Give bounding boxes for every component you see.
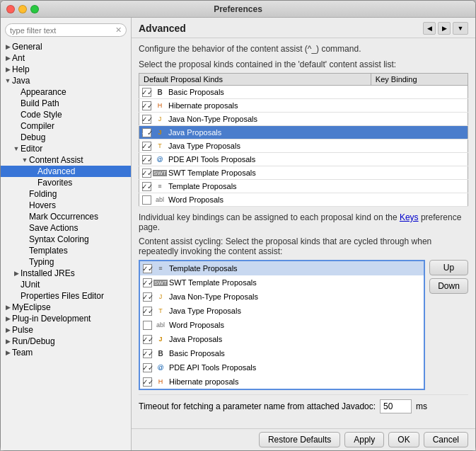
filter-input[interactable]	[10, 26, 115, 35]
proposal-checkbox[interactable]: ✓	[142, 88, 151, 97]
proposal-checkbox[interactable]: ✓	[142, 128, 151, 137]
cycle-icon: H	[155, 376, 166, 387]
sidebar-item-content-assist[interactable]: Content Assist	[1, 154, 131, 166]
sidebar-item-installed-jres[interactable]: Installed JREs	[1, 268, 131, 279]
sidebar-item-help[interactable]: Help	[1, 64, 131, 75]
sidebar-label-installed-jres: Installed JREs	[21, 268, 75, 278]
cycle-checkbox[interactable]: ✓	[143, 278, 152, 287]
proposal-checkbox[interactable]	[142, 195, 151, 205]
proposal-row[interactable]: ✓TJava Type Proposals	[139, 139, 468, 153]
cycle-item[interactable]: ✓@PDE API Tools Proposals	[140, 360, 424, 375]
sidebar-item-team[interactable]: Team	[1, 347, 131, 358]
cycle-checkbox[interactable]	[143, 321, 152, 330]
back-icon[interactable]: ◀	[423, 22, 436, 35]
keys-link[interactable]: Keys	[400, 212, 419, 222]
proposal-cell: ✓≡Template Proposals	[139, 180, 371, 193]
timeout-input[interactable]	[380, 399, 412, 413]
cycle-checkbox[interactable]: ✓	[143, 335, 152, 344]
sidebar-item-code-style[interactable]: Code Style	[1, 109, 131, 120]
cycle-item[interactable]: ✓≡Template Proposals	[140, 261, 424, 275]
cycle-checkbox[interactable]: ✓	[143, 349, 152, 358]
proposal-row[interactable]: ablWord Proposals	[139, 193, 468, 207]
proposal-row[interactable]: ✓@PDE API Tools Proposals	[139, 153, 468, 166]
cycle-checkbox[interactable]: ✓	[143, 292, 152, 302]
proposal-row[interactable]: ✓JJava Proposals	[139, 126, 468, 139]
proposal-cell: ✓@PDE API Tools Proposals	[139, 153, 371, 166]
proposal-cell: ablWord Proposals	[139, 193, 371, 207]
forward-icon[interactable]: ▶	[438, 22, 451, 35]
cancel-button[interactable]: Cancel	[424, 432, 468, 447]
installed-jres-arrow-icon	[12, 270, 21, 277]
sidebar-item-mark-occurrences[interactable]: Mark Occurrences	[1, 211, 131, 222]
filter-box[interactable]: ✕	[5, 23, 127, 37]
sidebar-item-java[interactable]: Java	[1, 75, 131, 86]
timeout-row: Timeout for fetching a parameter name fr…	[139, 394, 468, 413]
sidebar-item-plugin-development[interactable]: Plug-in Development	[1, 313, 131, 324]
cycle-checkbox[interactable]: ✓	[143, 264, 152, 273]
cycle-section: Content assist cycling: Select the propo…	[139, 236, 468, 390]
cycle-checkbox[interactable]: ✓	[143, 377, 152, 387]
proposal-row[interactable]: ✓HHibernate proposals	[139, 99, 468, 113]
sidebar-label-code-style: Code Style	[21, 110, 62, 120]
sidebar-item-hovers[interactable]: Hovers	[1, 200, 131, 211]
maximize-button[interactable]	[30, 5, 39, 13]
toolbar: ◀ ▶ ▼	[423, 22, 468, 35]
cycle-item[interactable]: ✓JJava Proposals	[140, 332, 424, 346]
filter-clear-icon[interactable]: ✕	[115, 25, 122, 35]
menu-dropdown[interactable]: ▼	[453, 22, 468, 35]
proposal-row[interactable]: ✓≡Template Proposals	[139, 180, 468, 193]
sidebar-item-editor[interactable]: Editor	[1, 143, 131, 154]
sidebar-item-pulse[interactable]: Pulse	[1, 324, 131, 336]
cycle-item[interactable]: ✓SWTSWT Template Proposals	[140, 275, 424, 290]
sidebar-label-plugin-development: Plug-in Development	[12, 314, 91, 324]
sidebar-item-typing[interactable]: Typing	[1, 256, 131, 268]
apply-button[interactable]: Apply	[344, 432, 384, 447]
proposal-checkbox[interactable]: ✓	[142, 115, 151, 124]
proposal-checkbox[interactable]: ✓	[142, 155, 151, 164]
sidebar-item-folding[interactable]: Folding	[1, 188, 131, 200]
sidebar-item-junit[interactable]: JUnit	[1, 279, 131, 290]
cycle-label: Word Proposals	[169, 321, 224, 329]
proposal-checkbox[interactable]: ✓	[142, 142, 151, 151]
proposal-keybinding	[371, 166, 468, 180]
proposal-icon: T	[154, 140, 166, 152]
col-keybinding: Key Binding	[371, 74, 468, 86]
sidebar-item-templates[interactable]: Templates	[1, 245, 131, 256]
proposal-row[interactable]: ✓SWTSWT Template Proposals	[139, 166, 468, 180]
restore-defaults-button[interactable]: Restore Defaults	[259, 432, 340, 447]
sidebar-item-appearance[interactable]: Appearance	[1, 86, 131, 98]
proposal-row[interactable]: ✓BBasic Proposals	[139, 86, 468, 99]
cycle-checkbox[interactable]: ✓	[143, 307, 152, 316]
cycle-icon: abl	[155, 319, 166, 331]
cycle-label: Basic Proposals	[169, 349, 225, 358]
sidebar-item-build-path[interactable]: Build Path	[1, 98, 131, 109]
cycle-checkbox[interactable]: ✓	[143, 363, 152, 372]
ok-button[interactable]: OK	[388, 432, 419, 447]
proposal-checkbox[interactable]: ✓	[142, 182, 151, 191]
cycle-item[interactable]: ✓BBasic Proposals	[140, 346, 424, 360]
sidebar-item-syntax-coloring[interactable]: Syntax Coloring	[1, 234, 131, 245]
close-button[interactable]	[6, 5, 15, 13]
minimize-button[interactable]	[18, 5, 27, 13]
sidebar-item-compiler[interactable]: Compiler	[1, 120, 131, 132]
sidebar-item-save-actions[interactable]: Save Actions	[1, 222, 131, 234]
sidebar-item-properties-files-editor[interactable]: Properties Files Editor	[1, 290, 131, 302]
cycle-item[interactable]: ablWord Proposals	[140, 318, 424, 332]
sidebar-item-ant[interactable]: Ant	[1, 52, 131, 64]
sidebar-item-advanced[interactable]: Advanced	[1, 166, 131, 177]
proposal-row[interactable]: ✓JJava Non-Type Proposals	[139, 113, 468, 126]
timeout-unit: ms	[416, 401, 427, 411]
proposal-checkbox[interactable]: ✓	[142, 169, 151, 178]
down-button[interactable]: Down	[429, 278, 468, 294]
up-button[interactable]: Up	[429, 260, 468, 275]
cycle-item[interactable]: ✓JJava Non-Type Proposals	[140, 290, 424, 304]
cycle-label: SWT Template Proposals	[169, 278, 257, 287]
sidebar-item-general[interactable]: General	[1, 41, 131, 52]
sidebar-item-myeclipse[interactable]: MyEclipse	[1, 302, 131, 313]
cycle-item[interactable]: ✓HHibernate proposals	[140, 375, 424, 389]
sidebar-item-debug[interactable]: Debug	[1, 132, 131, 143]
proposal-checkbox[interactable]: ✓	[142, 101, 151, 110]
sidebar-item-favorites[interactable]: Favorites	[1, 177, 131, 188]
cycle-item[interactable]: ✓TJava Type Proposals	[140, 304, 424, 318]
sidebar-item-run-debug[interactable]: Run/Debug	[1, 336, 131, 347]
